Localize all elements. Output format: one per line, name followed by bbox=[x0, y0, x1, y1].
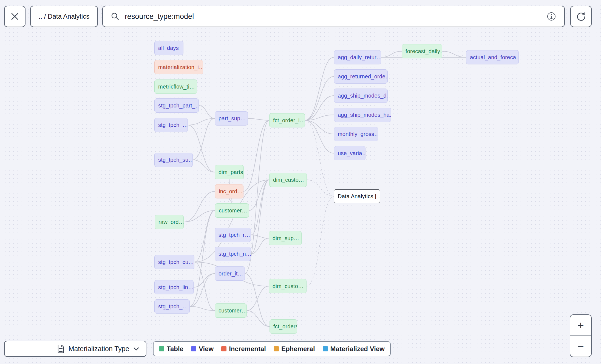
node-stg_n[interactable]: stg_tpch_n… bbox=[215, 247, 251, 261]
close-icon bbox=[10, 12, 19, 21]
node-customer1[interactable]: customer… bbox=[215, 203, 249, 218]
edge-fct_order_i-to-monthly_gross bbox=[305, 120, 334, 134]
close-button[interactable] bbox=[4, 6, 25, 27]
legend-label: Table bbox=[167, 345, 183, 353]
document-icon bbox=[57, 345, 65, 353]
edge-customer2-to-fct_orders bbox=[247, 311, 270, 326]
edge-part_sup-to-fct_order_i bbox=[248, 118, 269, 120]
lens-selector[interactable]: Materialization Type bbox=[52, 341, 146, 356]
edge-customer1-to-dim_custo1 bbox=[249, 180, 269, 211]
edge-stg_su-to-part_sup bbox=[193, 118, 215, 160]
edge-fct_order_i-to-agg_returned bbox=[305, 76, 334, 120]
zoom-controls: + − bbox=[570, 314, 592, 357]
node-dim_parts[interactable]: dim_parts bbox=[215, 165, 244, 179]
legend-label: View bbox=[199, 345, 214, 353]
edge-forecast-to-actual bbox=[442, 51, 466, 57]
lenses-label: Lenses bbox=[23, 345, 46, 353]
node-dim_custo1[interactable]: dim_custo… bbox=[269, 173, 307, 187]
refresh-button[interactable] bbox=[570, 6, 592, 27]
legend-label: Ephemeral bbox=[281, 345, 315, 353]
node-customer2[interactable]: customer… bbox=[215, 303, 247, 318]
node-fct_order_i[interactable]: fct_order_i… bbox=[269, 113, 305, 127]
legend-item-view: View bbox=[191, 345, 214, 353]
edge-fct_order_i-to-use_varia bbox=[305, 120, 334, 153]
legend-swatch bbox=[191, 346, 196, 351]
node-monthly_gross[interactable]: monthly_gross… bbox=[334, 127, 378, 141]
node-all_days[interactable]: all_days bbox=[154, 41, 183, 55]
legend-swatch bbox=[323, 346, 328, 351]
node-inc_ord[interactable]: inc_ord… bbox=[215, 184, 243, 198]
edge-dim_custo2-to-exposure bbox=[307, 196, 334, 286]
edge-agg_daily-to-forecast bbox=[381, 51, 402, 57]
lenses-group: Lenses Materialization Type bbox=[4, 341, 146, 357]
search-bar bbox=[102, 6, 565, 27]
legend-item-incremental: Incremental bbox=[221, 345, 266, 353]
aperture-icon bbox=[11, 344, 20, 354]
materialization-legend: TableViewIncrementalEphemeralMaterialize… bbox=[153, 341, 391, 356]
node-dim_custo2[interactable]: dim_custo… bbox=[269, 279, 307, 293]
legend-label: Materialized View bbox=[330, 345, 385, 353]
edge-stg_2-to-customer2 bbox=[190, 306, 215, 311]
refresh-icon bbox=[575, 11, 587, 22]
zoom-in-button[interactable]: + bbox=[570, 315, 591, 336]
legend-item-materialized-view: Materialized View bbox=[323, 345, 385, 353]
node-use_varia[interactable]: use_varia… bbox=[334, 146, 365, 160]
node-metricflow[interactable]: metricflow_ti… bbox=[154, 79, 197, 94]
edge-raw_ord-to-inc_ord bbox=[184, 191, 215, 222]
legend-swatch bbox=[221, 346, 226, 351]
edge-fct_order_i-to-agg_ship_d bbox=[305, 96, 334, 120]
edge-customer2-to-dim_custo2 bbox=[247, 286, 269, 311]
edge-stg_n-to-dim_custo1 bbox=[251, 180, 269, 254]
node-stg_su[interactable]: stg_tpch_su… bbox=[154, 153, 193, 167]
edge-fct_order_i-to-exposure bbox=[305, 120, 334, 196]
node-stg_2[interactable]: stg_tpch_… bbox=[154, 299, 190, 314]
node-agg_returned[interactable]: agg_returned_orde… bbox=[334, 69, 388, 84]
node-dim_sup[interactable]: dim_sup… bbox=[269, 231, 302, 245]
node-fct_orders[interactable]: fct_orders bbox=[270, 319, 297, 334]
info-icon[interactable] bbox=[546, 11, 557, 22]
node-part_sup[interactable]: part_sup… bbox=[215, 111, 248, 126]
node-forecast[interactable]: forecast_daily… bbox=[402, 44, 442, 58]
edge-fct_order_i-to-agg_daily bbox=[305, 57, 334, 120]
node-agg_ship_d[interactable]: agg_ship_modes_d… bbox=[334, 89, 388, 103]
edge-inc_ord-to-fct_order_i bbox=[243, 120, 269, 191]
edge-order_it-to-fct_orders bbox=[245, 274, 270, 326]
node-stg_lin[interactable]: stg_tpch_lin… bbox=[154, 280, 194, 294]
edge-stg_part-to-part_sup bbox=[199, 106, 215, 118]
lineage-graph-canvas[interactable]: all_daysmaterialization_i…metricflow_ti…… bbox=[0, 0, 601, 364]
legend-item-ephemeral: Ephemeral bbox=[274, 345, 315, 353]
node-stg_cu[interactable]: stg_tpch_cu… bbox=[154, 255, 194, 269]
search-icon bbox=[110, 12, 120, 21]
legend-item-table: Table bbox=[159, 345, 183, 353]
lens-selected-label: Materialization Type bbox=[69, 345, 129, 353]
node-stg_r[interactable]: stg_tpch_r… bbox=[215, 228, 251, 242]
legend-swatch bbox=[159, 346, 164, 351]
breadcrumb-label: .. / Data Analytics bbox=[39, 13, 89, 20]
node-raw_ord[interactable]: raw_ord… bbox=[155, 215, 184, 229]
edge-stg_r-to-dim_custo1 bbox=[251, 180, 269, 235]
breadcrumb[interactable]: .. / Data Analytics bbox=[30, 6, 98, 27]
lenses-button[interactable]: Lenses bbox=[5, 341, 52, 356]
chevron-down-icon bbox=[133, 347, 139, 351]
legend-swatch bbox=[274, 346, 279, 351]
search-input[interactable] bbox=[125, 12, 541, 21]
node-mat_i[interactable]: materialization_i… bbox=[154, 60, 203, 74]
node-stg_1[interactable]: stg_tpch_… bbox=[154, 118, 188, 132]
edge-stg_su-to-dim_parts bbox=[193, 160, 215, 172]
node-order_it[interactable]: order_it… bbox=[215, 266, 245, 281]
node-agg_daily[interactable]: agg_daily_retur… bbox=[334, 50, 381, 64]
node-exposure[interactable]: Data Analytics | … bbox=[334, 189, 380, 203]
legend-label: Incremental bbox=[229, 345, 266, 353]
zoom-out-button[interactable]: − bbox=[570, 336, 591, 357]
node-agg_ship_ha[interactable]: agg_ship_modes_ha… bbox=[334, 108, 391, 122]
node-actual[interactable]: actual_and_foreca… bbox=[466, 50, 519, 64]
node-stg_part[interactable]: stg_tpch_part_… bbox=[154, 98, 199, 113]
edge-stg_1-to-part_sup bbox=[188, 118, 215, 125]
